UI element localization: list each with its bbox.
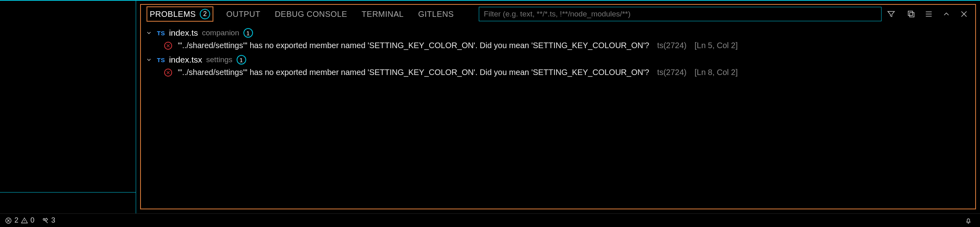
statusbar: 2 0 3 (0, 213, 980, 227)
tab-problems[interactable]: PROBLEMS 2 (147, 6, 213, 22)
file-path: companion (202, 28, 239, 37)
error-code: ts(2724) (657, 41, 687, 50)
error-message: '"../shared/settings"' has no exported m… (178, 41, 649, 50)
panel-header: PROBLEMS 2 OUTPUT DEBUG CONSOLE TERMINAL (141, 5, 975, 23)
error-circle-icon (5, 217, 12, 224)
problem-file-group: TS index.tsx settings 1 '"../shared/sett… (145, 53, 971, 79)
lang-badge: TS (157, 57, 165, 63)
error-message: '"../shared/settings"' has no exported m… (178, 68, 649, 77)
tab-debug-console-label: DEBUG CONSOLE (275, 10, 347, 19)
panel-tabs: PROBLEMS 2 OUTPUT DEBUG CONSOLE TERMINAL (147, 6, 456, 22)
sidebar (0, 1, 136, 213)
file-name: index.ts (169, 28, 198, 38)
status-tools[interactable]: 3 (42, 216, 55, 225)
tab-problems-label: PROBLEMS (150, 10, 196, 19)
warning-icon (21, 217, 28, 224)
bell-icon (965, 217, 972, 224)
problems-count-badge: 2 (200, 9, 210, 19)
tab-debug-console[interactable]: DEBUG CONSOLE (273, 7, 349, 21)
error-location: [Ln 8, Col 2] (695, 68, 738, 77)
problems-panel: PROBLEMS 2 OUTPUT DEBUG CONSOLE TERMINAL (140, 4, 976, 209)
status-tools-count: 3 (51, 216, 55, 225)
copy-icon[interactable] (906, 8, 917, 20)
status-notifications[interactable] (965, 217, 972, 224)
tab-gitlens-label: GITLENS (418, 10, 454, 19)
close-icon[interactable] (958, 8, 970, 20)
tools-icon (42, 217, 49, 224)
chevron-down-icon (145, 56, 153, 64)
tab-output-label: OUTPUT (226, 10, 260, 19)
status-errors[interactable]: 2 0 (5, 216, 34, 225)
error-row[interactable]: '"../shared/settings"' has no exported m… (145, 66, 971, 79)
sidebar-slot[interactable] (0, 193, 136, 213)
error-icon (164, 42, 172, 50)
status-errors-count: 2 (14, 216, 18, 225)
error-location: [Ln 5, Col 2] (695, 41, 738, 50)
file-path: settings (206, 55, 232, 64)
error-icon (164, 69, 172, 77)
problems-list: TS index.ts companion 1 '"../shared/sett… (141, 23, 975, 209)
filter-input[interactable] (479, 7, 882, 21)
file-error-count: 1 (243, 28, 253, 38)
tab-terminal[interactable]: TERMINAL (360, 7, 405, 21)
tab-gitlens[interactable]: GITLENS (416, 7, 455, 21)
file-row[interactable]: TS index.ts companion 1 (145, 26, 971, 39)
file-error-count: 1 (237, 55, 246, 65)
lang-badge: TS (157, 30, 165, 36)
tab-output[interactable]: OUTPUT (225, 7, 262, 21)
chevron-up-icon[interactable] (941, 8, 952, 20)
menu-icon[interactable] (923, 8, 934, 20)
tab-terminal-label: TERMINAL (361, 10, 404, 19)
error-row[interactable]: '"../shared/settings"' has no exported m… (145, 39, 971, 52)
svg-rect-0 (910, 12, 914, 17)
filter-icon[interactable] (886, 8, 897, 20)
sidebar-body (0, 1, 136, 192)
error-code: ts(2724) (657, 68, 687, 77)
file-row[interactable]: TS index.tsx settings 1 (145, 53, 971, 66)
svg-rect-1 (908, 11, 913, 16)
chevron-down-icon (145, 29, 153, 37)
file-name: index.tsx (169, 55, 202, 65)
problem-file-group: TS index.ts companion 1 '"../shared/sett… (145, 26, 971, 52)
status-warnings-count: 0 (30, 216, 34, 225)
